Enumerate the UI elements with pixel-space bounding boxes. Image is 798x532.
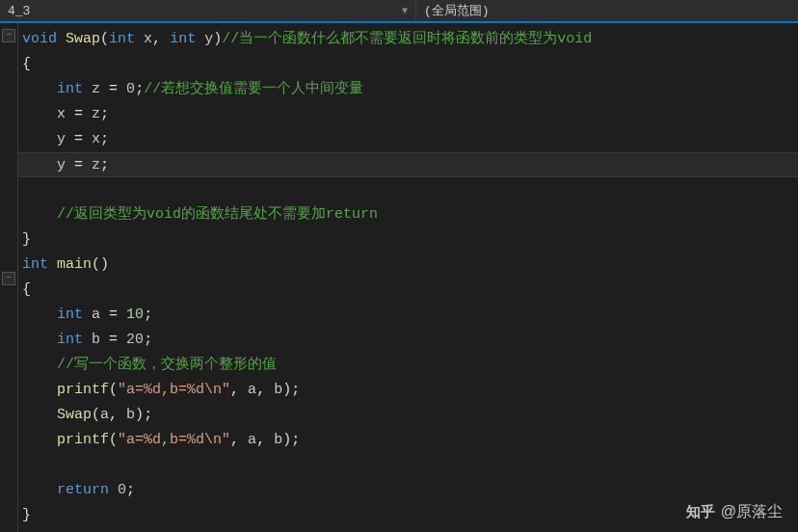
code-line[interactable]: { [18,52,798,77]
fold-minus-icon[interactable]: − [2,272,15,285]
scope-dropdown-right[interactable]: (全局范围) [416,0,798,21]
code-line[interactable]: return 0; [18,478,798,503]
code-line[interactable]: int a = 10; [18,303,798,328]
fold-minus-icon[interactable]: − [2,29,15,42]
dropdown-right-label: (全局范围) [424,2,490,19]
code-line[interactable] [18,177,798,202]
code-line[interactable]: } [18,503,798,528]
code-line[interactable]: int main() [18,253,798,278]
zhihu-logo-icon: 知乎 [686,503,715,521]
scope-dropdown-left[interactable]: 4_3 ▼ [0,0,416,21]
code-line[interactable]: printf("a=%d,b=%d\n", a, b); [18,428,798,453]
code-line[interactable]: printf("a=%d,b=%d\n", a, b); [18,378,798,403]
watermark: 知乎 @原落尘 [686,502,783,522]
code-line[interactable]: //写一个函数，交换两个整形的值 [18,353,798,378]
code-line-current[interactable]: y = z; [18,152,798,177]
watermark-author: @原落尘 [721,502,783,522]
code-line[interactable] [18,453,798,478]
code-line[interactable]: y = x; [18,127,798,152]
dropdown-left-label: 4_3 [8,4,30,18]
code-line[interactable]: Swap(a, b); [18,403,798,428]
code-line[interactable]: int b = 20; [18,328,798,353]
fold-gutter: − − [0,23,17,532]
code-line[interactable]: { [18,278,798,303]
header-bar: 4_3 ▼ (全局范围) [0,0,798,23]
code-area[interactable]: void Swap(int x, int y)//当一个函数什么都不需要返回时将… [17,23,798,532]
code-line[interactable]: int z = 0;//若想交换值需要一个人中间变量 [18,77,798,102]
code-line[interactable]: x = z; [18,102,798,127]
code-editor: − − void Swap(int x, int y)//当一个函数什么都不需要… [0,23,798,532]
code-line[interactable]: void Swap(int x, int y)//当一个函数什么都不需要返回时将… [18,27,798,52]
chevron-down-icon: ▼ [402,6,408,16]
code-line[interactable]: } [18,227,798,253]
code-line[interactable]: //返回类型为void的函数结尾处不需要加return [18,202,798,227]
